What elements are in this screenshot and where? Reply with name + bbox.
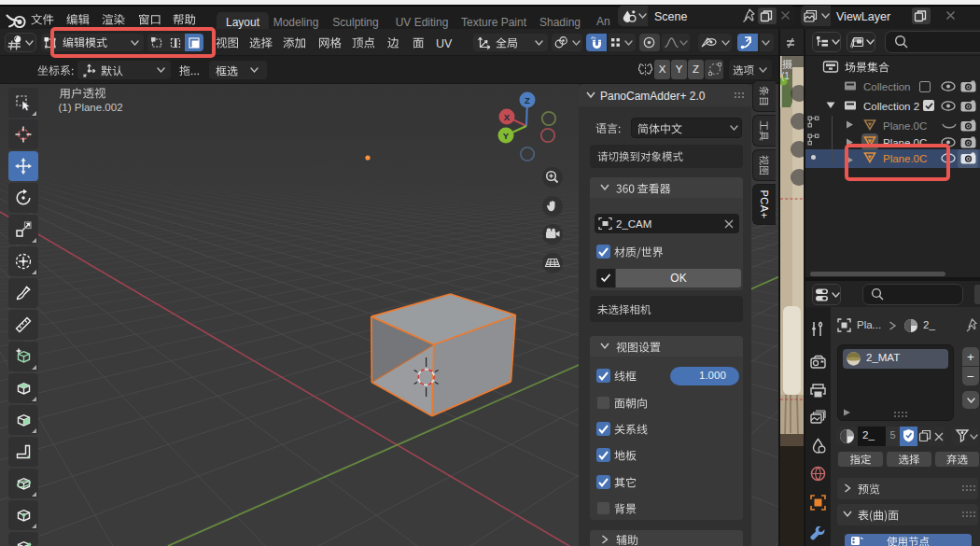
svg-text:Z: Z: [525, 95, 530, 105]
svg-text:Y: Y: [503, 131, 510, 141]
svg-text:X: X: [504, 112, 511, 122]
